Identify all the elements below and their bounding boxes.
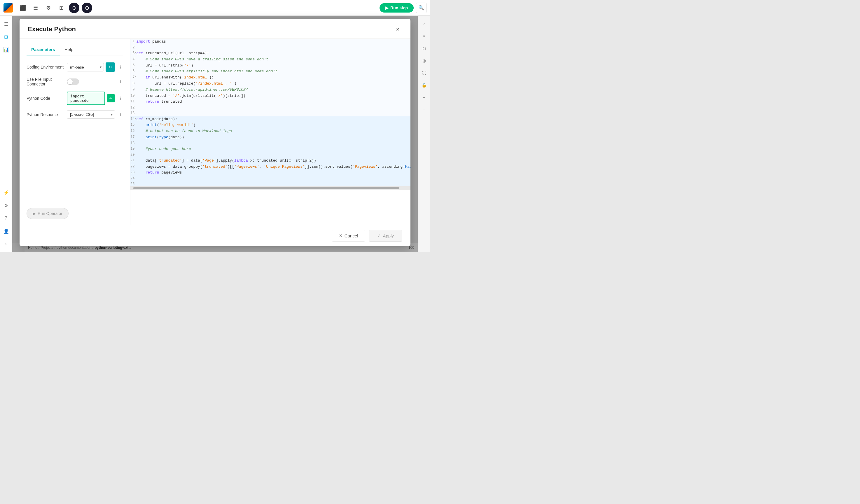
sidebar-menu-icon[interactable]: ☰ bbox=[1, 19, 11, 29]
python-resource-row: Python Resource [1 vcore, 2Gb] ℹ bbox=[27, 110, 123, 119]
line-number: 3 bbox=[130, 51, 134, 57]
content-area: Home / Projects / python-documentation /… bbox=[12, 16, 418, 252]
line-number: 13 bbox=[130, 111, 134, 116]
right-minus-icon[interactable]: − bbox=[419, 105, 429, 114]
table-row: 12 bbox=[130, 105, 411, 111]
tools-icon[interactable]: ⚙ bbox=[43, 3, 54, 13]
search-button[interactable]: 🔍 bbox=[416, 3, 427, 13]
main-area: ☰ ⊞ 📊 ⚡ ⚙ ? 👤 › Home / Projects / python… bbox=[0, 16, 430, 252]
code-line: # Some index URLs have a trailing slash … bbox=[136, 57, 411, 63]
code-line: def rm_main(data): bbox=[136, 116, 411, 123]
right-expand-icon[interactable]: ⛶ bbox=[419, 68, 429, 77]
scrollbar-thumb bbox=[133, 187, 399, 189]
code-panel: 1import pandas23▾def truncated_url(url, … bbox=[130, 39, 411, 225]
run-step-label: Run step bbox=[390, 5, 408, 10]
sidebar-integration-icon[interactable]: ⚡ bbox=[1, 188, 11, 197]
tab-bar: Parameters Help bbox=[27, 45, 123, 55]
import-icon[interactable]: ⊙ bbox=[69, 3, 80, 13]
right-chevron-down-icon[interactable]: ▾ bbox=[419, 31, 429, 41]
table-row: 22 pageviews = data.groupby('truncated')… bbox=[130, 164, 411, 170]
file-input-row: Use File Input Connector ℹ bbox=[27, 77, 123, 86]
right-lock-icon[interactable]: 🔒 bbox=[419, 81, 429, 90]
right-sidebar: ‹ ▾ ⬡ ◎ ⛶ 🔒 + − bbox=[418, 16, 430, 252]
modal-footer: ✕ Cancel ✓ Apply bbox=[19, 225, 411, 246]
code-line bbox=[136, 176, 411, 182]
python-code-row: Python Code import pandasde ✏ ℹ bbox=[27, 91, 123, 105]
code-scrollbar[interactable] bbox=[130, 186, 411, 190]
table-row: 18 bbox=[130, 141, 411, 146]
run-step-icon: ▶ bbox=[385, 5, 389, 10]
code-line: url = url.replace('/index.html', '') bbox=[136, 81, 411, 87]
coding-env-select-wrapper[interactable]: rm-base bbox=[67, 63, 104, 71]
tab-parameters[interactable]: Parameters bbox=[27, 45, 60, 55]
sidebar-expand-icon[interactable]: › bbox=[1, 239, 11, 248]
sidebar-help-icon[interactable]: ? bbox=[1, 214, 11, 223]
code-line: def truncated_url(url, strip=4): bbox=[136, 51, 411, 57]
python-code-edit-button[interactable]: ✏ bbox=[107, 94, 115, 102]
line-number: 11 bbox=[130, 99, 134, 105]
python-resource-select-wrapper[interactable]: [1 vcore, 2Gb] bbox=[67, 110, 115, 119]
process-icon[interactable]: ⬛ bbox=[17, 3, 28, 13]
code-line bbox=[136, 141, 411, 146]
export-icon[interactable]: ⊙ bbox=[82, 3, 92, 13]
python-code-value: import pandasde bbox=[70, 94, 101, 103]
sidebar-user-icon[interactable]: 👤 bbox=[1, 226, 11, 236]
search-icon: 🔍 bbox=[418, 5, 424, 11]
right-location-icon[interactable]: ◎ bbox=[419, 56, 429, 65]
modal-overlay: Execute Python × Parameters Help bbox=[12, 16, 418, 252]
table-row: 13 bbox=[130, 111, 411, 116]
table-row: 14▾def rm_main(data): bbox=[130, 116, 411, 123]
code-editor[interactable]: 1import pandas23▾def truncated_url(url, … bbox=[130, 39, 411, 186]
line-number: 1 bbox=[130, 39, 134, 45]
grid-icon[interactable]: ⊞ bbox=[56, 3, 67, 13]
modal-close-button[interactable]: × bbox=[393, 25, 402, 34]
coding-env-label: Coding Environment bbox=[27, 65, 64, 69]
line-number: 21 bbox=[130, 158, 134, 164]
file-input-toggle[interactable] bbox=[67, 78, 79, 85]
line-number: 4 bbox=[130, 57, 134, 63]
line-number: 18 bbox=[130, 141, 134, 146]
line-number: 24 bbox=[130, 176, 134, 182]
data-icon[interactable]: ☰ bbox=[30, 3, 41, 13]
right-network-icon[interactable]: ⬡ bbox=[419, 44, 429, 53]
cancel-button[interactable]: ✕ Cancel bbox=[332, 230, 366, 242]
python-code-label: Python Code bbox=[27, 96, 64, 101]
modal-title: Execute Python bbox=[28, 25, 76, 33]
file-input-label: Use File Input Connector bbox=[27, 77, 64, 86]
python-resource-info-icon[interactable]: ℹ bbox=[117, 112, 123, 117]
python-code-input[interactable]: import pandasde bbox=[67, 91, 105, 105]
modal-header: Execute Python × bbox=[19, 19, 411, 39]
python-code-info-icon[interactable]: ℹ bbox=[117, 96, 123, 101]
coding-env-refresh-button[interactable]: ↻ bbox=[105, 62, 115, 72]
code-line bbox=[136, 182, 411, 186]
run-operator-button[interactable]: ▶ Run Operator bbox=[27, 208, 69, 219]
tab-help[interactable]: Help bbox=[60, 45, 78, 55]
table-row: 3▾def truncated_url(url, strip=4): bbox=[130, 51, 411, 57]
app-logo bbox=[3, 3, 13, 13]
right-plus-icon[interactable]: + bbox=[419, 93, 429, 102]
line-number: 16 bbox=[130, 128, 134, 134]
run-step-button[interactable]: ▶ Run step bbox=[379, 3, 414, 13]
sidebar-chart-icon[interactable]: 📊 bbox=[1, 45, 11, 54]
modal-body: Parameters Help Coding Environment rm-ba… bbox=[19, 39, 411, 225]
python-resource-select[interactable]: [1 vcore, 2Gb] bbox=[67, 110, 115, 119]
table-row: 16 # output can be found in Workload log… bbox=[130, 128, 411, 134]
apply-button[interactable]: ✓ Apply bbox=[369, 230, 402, 242]
python-resource-label: Python Resource bbox=[27, 112, 64, 117]
code-line: #your code goes here bbox=[136, 146, 411, 152]
table-row: 4 # Some index URLs have a trailing slas… bbox=[130, 57, 411, 63]
table-row: 9 # Remove https://docs.rapidminer.com/V… bbox=[130, 87, 411, 93]
sidebar-settings-icon[interactable]: ⚙ bbox=[1, 201, 11, 210]
coding-env-select[interactable]: rm-base bbox=[67, 63, 104, 71]
right-collapse-icon[interactable]: ‹ bbox=[419, 19, 429, 29]
table-row: 23 return pageviews bbox=[130, 170, 411, 176]
line-number: 9 bbox=[130, 87, 134, 93]
table-row: 10 truncated = '/'.join(url.split('/')[s… bbox=[130, 93, 411, 99]
coding-env-info-icon[interactable]: ℹ bbox=[117, 64, 123, 70]
sidebar-dashboard-icon[interactable]: ⊞ bbox=[1, 32, 11, 41]
file-input-info-icon[interactable]: ℹ bbox=[117, 79, 123, 85]
line-number: 12 bbox=[130, 105, 134, 111]
table-row: 25 bbox=[130, 182, 411, 186]
table-row: 6 # Some index URLs explicitly say index… bbox=[130, 69, 411, 75]
line-number: 17 bbox=[130, 134, 134, 141]
